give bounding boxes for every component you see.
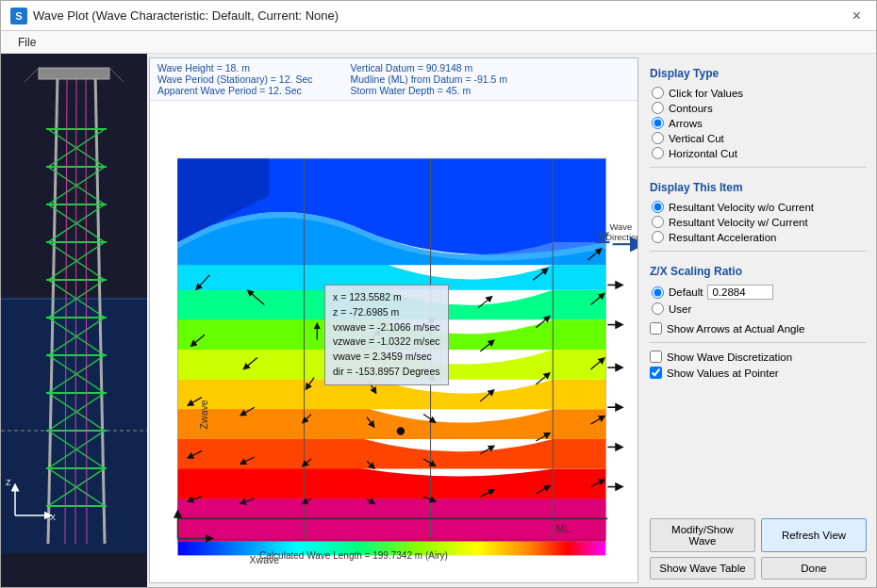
display-type-group: Click for Values Contours Arrows Vertica… xyxy=(650,87,867,159)
radio-resultant-no-current[interactable]: Resultant Velocity w/o Current xyxy=(652,201,867,213)
wave-plot-svg: Wave Direction xyxy=(150,101,637,583)
svg-text:ML: ML xyxy=(555,523,570,534)
wave-info-left: Wave Height = 18. m Wave Period (Station… xyxy=(157,62,312,96)
wave-canvas[interactable]: Wave Direction xyxy=(150,101,637,583)
menu-bar: File xyxy=(1,31,876,54)
divider-2 xyxy=(650,251,867,252)
radio-horizontal-cut[interactable]: Horizontal Cut xyxy=(652,147,867,159)
wave-panel: Wave Height = 18. m Wave Period (Station… xyxy=(149,57,638,583)
close-button[interactable]: × xyxy=(847,6,867,26)
show-arrows-row[interactable]: Show Arrows at Actual Angle xyxy=(650,322,867,335)
svg-text:Direction: Direction xyxy=(605,232,637,242)
vertical-datum-info: Vertical Datum = 90.9148 m xyxy=(350,62,507,74)
file-menu[interactable]: File xyxy=(10,34,43,51)
main-window: S Wave Plot (Wave Characteristic: Defaul… xyxy=(0,0,877,588)
scaling-default-row: Default xyxy=(652,285,867,300)
scaling-value-input[interactable] xyxy=(707,285,773,300)
btn-row-1: Modify/Show Wave Refresh View xyxy=(650,518,867,552)
modify-show-wave-button[interactable]: Modify/Show Wave xyxy=(650,518,755,552)
display-type-title: Display Type xyxy=(650,67,867,80)
structure-svg: Z X xyxy=(1,54,147,553)
show-values-row[interactable]: Show Values at Pointer xyxy=(650,367,867,379)
radio-resultant-with-current[interactable]: Resultant Velocity w/ Current xyxy=(652,216,867,228)
show-wave-table-button[interactable]: Show Wave Table xyxy=(650,557,755,580)
svg-text:Z: Z xyxy=(6,478,11,487)
radio-scaling-user[interactable]: User xyxy=(652,302,867,315)
radio-scaling-default[interactable]: Default xyxy=(652,286,703,299)
title-bar-left: S Wave Plot (Wave Characteristic: Defaul… xyxy=(10,8,339,24)
wave-period-info: Wave Period (Stationary) = 12. Sec xyxy=(157,74,312,85)
scaling-group: Default User xyxy=(650,285,867,315)
svg-text:Wave: Wave xyxy=(609,221,632,232)
wave-info-right: Vertical Datum = 90.9148 m Mudline (ML) … xyxy=(350,62,507,96)
radio-arrows[interactable]: Arrows xyxy=(652,117,867,129)
window-title: Wave Plot (Wave Characteristic: Default,… xyxy=(33,8,339,23)
radio-vertical-cut[interactable]: Vertical Cut xyxy=(652,132,867,144)
mudline-info: Mudline (ML) from Datum = -91.5 m xyxy=(350,74,507,85)
svg-text:Calculated Wave Length = 199.7: Calculated Wave Length = 199.7342 m (Air… xyxy=(259,550,448,561)
bottom-buttons: Modify/Show Wave Refresh View Show Wave … xyxy=(650,518,867,580)
structure-panel: Z X xyxy=(1,54,147,587)
btn-row-2: Show Wave Table Done xyxy=(650,557,867,580)
show-wave-discretization-row[interactable]: Show Wave Discretization xyxy=(650,351,867,363)
svg-point-75 xyxy=(397,427,405,434)
water-depth-info: Storm Water Depth = 45. m xyxy=(350,85,507,96)
right-panel: Display Type Click for Values Contours A… xyxy=(640,54,876,587)
refresh-view-button[interactable]: Refresh View xyxy=(761,518,867,552)
scaling-title: Z/X Scaling Ratio xyxy=(650,265,867,278)
display-item-title: Display This Item xyxy=(650,181,867,194)
display-item-group: Resultant Velocity w/o Current Resultant… xyxy=(650,201,867,243)
radio-contours[interactable]: Contours xyxy=(652,102,867,114)
title-bar: S Wave Plot (Wave Characteristic: Defaul… xyxy=(1,1,876,31)
wave-info-bar: Wave Height = 18. m Wave Period (Station… xyxy=(150,58,637,101)
svg-text:Zwave: Zwave xyxy=(198,400,209,429)
svg-rect-38 xyxy=(39,68,109,79)
radio-resultant-accel[interactable]: Resultant Acceleration xyxy=(652,231,867,243)
apparent-period-info: Apparent Wave Period = 12. Sec xyxy=(157,85,312,96)
main-content: Z X Wave Height = 18. m Wave Period (Sta… xyxy=(1,54,876,587)
divider-1 xyxy=(650,167,867,168)
done-button[interactable]: Done xyxy=(761,557,867,580)
divider-3 xyxy=(650,342,867,343)
radio-click-for-values[interactable]: Click for Values xyxy=(652,87,867,99)
wave-height-info: Wave Height = 18. m xyxy=(157,62,312,74)
app-icon: S xyxy=(10,8,27,24)
svg-text:X: X xyxy=(50,513,56,522)
